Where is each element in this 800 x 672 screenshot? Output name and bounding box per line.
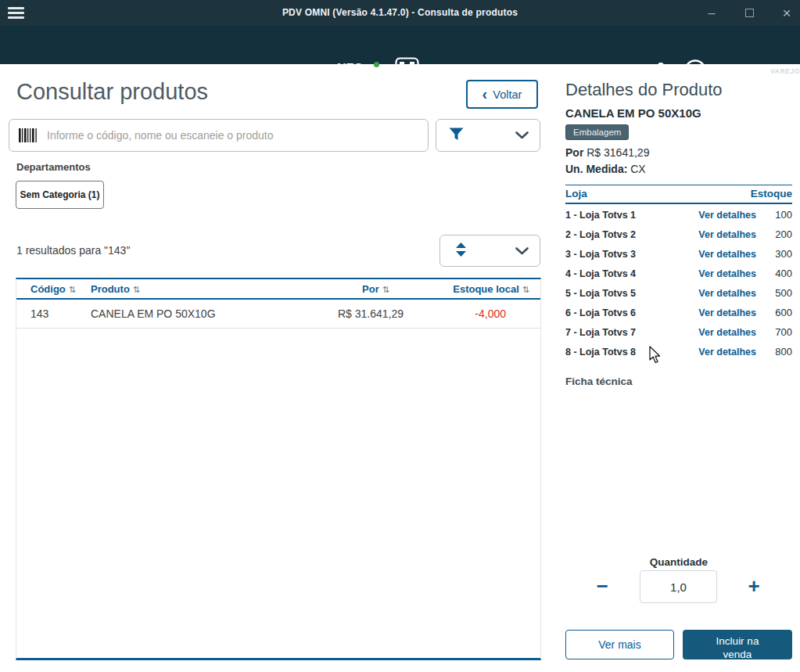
column-sort-icon[interactable]: ⇅ <box>382 285 389 294</box>
column-label: Estoque local <box>453 283 519 295</box>
store-row: 5 - Loja Totvs 5 Ver detalhes 500 <box>565 283 792 303</box>
store-details-link[interactable]: Ver detalhes <box>698 268 756 279</box>
store-details-link[interactable]: Ver detalhes <box>698 307 756 318</box>
quantity-decrease-button[interactable]: − <box>588 572 616 600</box>
stores-table-body: 1 - Loja Totvs 1 Ver detalhes 100 2 - Lo… <box>565 205 792 361</box>
store-stock: 300 <box>756 248 792 260</box>
totvs-logo-icon <box>683 59 707 82</box>
store-row: 1 - Loja Totvs 1 Ver detalhes 100 <box>565 205 792 225</box>
table-row[interactable]: 143 CANELA EM PO 50X10G R$ 31.641,29 -4,… <box>16 300 540 329</box>
sort-order-icon <box>456 243 466 260</box>
nfce-text: NFC-e <box>337 62 374 75</box>
results-table: Código⇅ Produto⇅ Por⇅ Estoque local⇅ 143… <box>16 278 541 660</box>
column-label: Produto <box>91 283 130 295</box>
datetime: qua. 26/03/2025 15:05 <box>498 64 612 77</box>
column-header-codigo[interactable]: Código⇅ <box>16 283 91 295</box>
product-price: Por R$ 31641,29 <box>565 146 649 159</box>
category-chip[interactable]: Sem Categoria (1) <box>16 181 104 209</box>
store-details-link[interactable]: Ver detalhes <box>698 347 756 358</box>
search-box <box>9 119 429 152</box>
table-header-row: Código⇅ Produto⇅ Por⇅ Estoque local⇅ <box>16 279 540 300</box>
store-details-link[interactable]: Ver detalhes <box>698 288 756 299</box>
store-details-link[interactable]: Ver detalhes <box>698 210 756 221</box>
cell-estoque-local: -4,000 <box>411 307 540 320</box>
stores-table-header: Loja Estoque <box>565 185 792 204</box>
store-row: 2 - Loja Totvs 2 Ver detalhes 200 <box>565 225 792 244</box>
cell-codigo: 143 <box>16 307 91 320</box>
app-window: PDV OMNI (Versão 4.1.47.0) - Consulta de… <box>0 0 800 672</box>
column-sort-icon[interactable]: ⇅ <box>522 285 529 294</box>
column-label: Por <box>362 283 379 295</box>
store-row: 8 - Loja Totvs 8 Ver detalhes 800 <box>565 342 792 361</box>
stores-col-estoque: Estoque <box>751 188 792 199</box>
column-header-produto[interactable]: Produto⇅ <box>91 283 294 295</box>
column-label: Código <box>30 283 66 295</box>
store-name: 4 - Loja Totvs 4 <box>565 268 698 279</box>
ficha-tecnica-label: Ficha técnica <box>565 376 633 387</box>
ver-mais-button[interactable]: Ver mais <box>565 630 674 659</box>
store-name: 1 - Loja Totvs 1 <box>565 210 698 221</box>
chevron-left-icon: ‹ <box>483 88 488 99</box>
app-header: NFC-e qua. 26/03/2025 15:05 2 <box>0 26 800 64</box>
store-stock: 100 <box>756 209 792 221</box>
price-value: R$ 31641,29 <box>587 146 649 159</box>
store-stock: 500 <box>756 287 792 299</box>
back-button-label: Voltar <box>493 88 522 101</box>
store-name: 5 - Loja Totvs 5 <box>565 288 698 299</box>
store-details-link[interactable]: Ver detalhes <box>698 229 756 240</box>
store-row: 6 - Loja Totvs 6 Ver detalhes 600 <box>565 303 792 322</box>
nfce-status-dot <box>374 62 379 67</box>
store-name: 2 - Loja Totvs 2 <box>565 229 698 240</box>
titlebar: PDV OMNI (Versão 4.1.47.0) - Consulta de… <box>0 0 800 26</box>
chevron-down-icon <box>515 128 529 142</box>
store-details-link[interactable]: Ver detalhes <box>698 249 756 260</box>
unit-value: CX <box>630 163 645 175</box>
filter-icon <box>449 128 464 144</box>
store-row: 4 - Loja Totvs 4 Ver detalhes 400 <box>565 264 792 283</box>
details-title: Detalhes do Produto <box>565 80 723 100</box>
column-sort-icon[interactable]: ⇅ <box>133 285 140 294</box>
window-controls: – × <box>705 0 794 26</box>
store-name: 3 - Loja Totvs 3 <box>565 249 698 260</box>
brand-sub: VAREJO <box>770 67 800 75</box>
quantity-input[interactable] <box>640 570 717 603</box>
quantity-increase-button[interactable]: + <box>740 572 768 600</box>
store-row: 3 - Loja Totvs 3 Ver detalhes 300 <box>565 244 792 264</box>
store-details-link[interactable]: Ver detalhes <box>698 327 756 338</box>
departments-label: Departamentos <box>16 161 91 173</box>
brand-logo: TOTVS VAREJO <box>683 59 800 82</box>
incluir-na-venda-button[interactable]: Incluir na venda <box>683 630 792 659</box>
search-input[interactable] <box>47 129 428 142</box>
column-sort-icon[interactable]: ⇅ <box>69 285 76 294</box>
qr-code-icon[interactable] <box>395 57 419 84</box>
store-name: 8 - Loja Totvs 8 <box>565 347 698 358</box>
store-stock: 800 <box>756 346 792 358</box>
price-label: Por <box>565 146 583 159</box>
store-row: 7 - Loja Totvs 7 Ver detalhes 700 <box>565 322 792 342</box>
brand-name: TOTVS <box>711 61 767 80</box>
maximize-button[interactable] <box>745 9 754 17</box>
filter-dropdown[interactable] <box>436 119 540 152</box>
cell-produto: CANELA EM PO 50X10G <box>91 307 294 320</box>
unit-label: Un. Medida: <box>565 163 627 175</box>
window-title: PDV OMNI (Versão 4.1.47.0) - Consulta de… <box>0 7 800 18</box>
column-header-por[interactable]: Por⇅ <box>294 283 411 295</box>
store-stock: 700 <box>756 326 792 338</box>
back-button[interactable]: ‹ Voltar <box>466 80 538 109</box>
minimize-button[interactable]: – <box>705 7 719 20</box>
results-count: 1 resultados para "143" <box>16 244 130 257</box>
user-icon[interactable] <box>653 61 669 80</box>
packaging-badge: Embalagem <box>565 124 629 140</box>
barcode-icon <box>19 128 38 143</box>
column-header-estoque-local[interactable]: Estoque local⇅ <box>411 283 540 295</box>
store-stock: 400 <box>756 268 792 279</box>
store-name: 6 - Loja Totvs 6 <box>565 307 698 318</box>
stores-col-loja: Loja <box>565 188 587 199</box>
cell-por: R$ 31.641,29 <box>294 307 411 320</box>
sort-dropdown[interactable] <box>439 235 540 267</box>
product-unit: Un. Medida: CX <box>565 163 646 175</box>
close-button[interactable]: × <box>780 7 794 20</box>
nfce-label: NFC-e <box>337 62 374 76</box>
chevron-down-icon <box>515 244 529 258</box>
store-stock: 600 <box>756 307 792 318</box>
